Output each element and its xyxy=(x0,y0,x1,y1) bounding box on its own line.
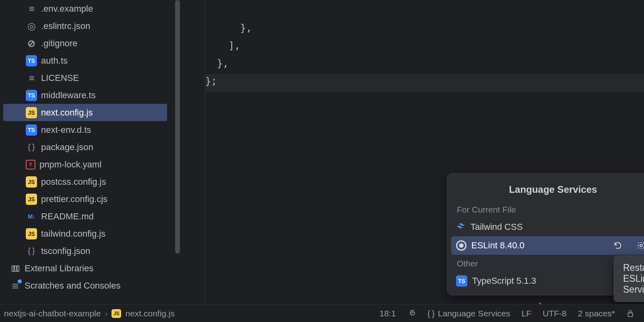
lang-service-label: Tailwind CSS xyxy=(471,222,523,232)
file-label: middleware.ts xyxy=(41,90,96,101)
popup-section-current: For Current File xyxy=(451,201,644,218)
svg-line-7 xyxy=(539,303,552,304)
code-editor[interactable]: }, ], }, }; Language Services For Curren… xyxy=(181,0,644,304)
file-env-example[interactable]: ≡ .env.example xyxy=(0,0,181,17)
svg-rect-0 xyxy=(12,266,14,271)
js-icon: JS xyxy=(26,107,37,118)
file-license[interactable]: ≡ LICENSE xyxy=(0,69,181,87)
service-settings-button[interactable] xyxy=(632,238,644,253)
breadcrumb-file[interactable]: next.config.js xyxy=(125,309,175,318)
status-bar: nextjs-ai-chatbot-example › JS next.conf… xyxy=(0,304,644,322)
pointer-arrow xyxy=(538,302,554,304)
lang-service-label: TypeScript 5.1.3 xyxy=(472,276,536,286)
json-icon: { } xyxy=(26,142,37,153)
file-label: .env.example xyxy=(41,4,93,14)
markdown-icon: M↓ xyxy=(26,211,37,222)
tailwind-icon xyxy=(456,221,466,233)
sidebar-scrollbar[interactable] xyxy=(174,0,181,304)
restart-service-button[interactable] xyxy=(609,238,627,253)
scratches-icon xyxy=(10,280,21,291)
project-tree[interactable]: ≡ .env.example ◎ .eslintrc.json ⊘ .gitig… xyxy=(0,0,181,304)
file-label: pnpm-lock.yaml xyxy=(39,159,101,170)
lang-service-label: ESLint 8.40.0 xyxy=(471,240,524,251)
spiral-icon xyxy=(407,309,416,318)
file-middleware-ts[interactable]: TS middleware.ts xyxy=(0,87,181,104)
lang-service-tailwind[interactable]: Tailwind CSS xyxy=(451,218,644,236)
gear-icon xyxy=(637,241,644,250)
file-label: .gitignore xyxy=(41,38,78,49)
file-tailwind-config[interactable]: JS tailwind.config.js xyxy=(0,225,181,242)
file-next-env-dts[interactable]: TS next-env.d.ts xyxy=(0,121,181,138)
yaml-icon: Y xyxy=(26,160,35,169)
popup-title: Language Services xyxy=(451,178,644,201)
json-icon: { } xyxy=(26,246,37,257)
file-label: README.md xyxy=(41,211,94,222)
file-next-config-js[interactable]: JS next.config.js xyxy=(3,104,167,121)
lang-service-eslint[interactable]: ESLint 8.40.0 xyxy=(451,236,644,255)
file-eslintrc[interactable]: ◎ .eslintrc.json xyxy=(0,17,181,35)
svg-point-6 xyxy=(640,244,642,247)
file-readme[interactable]: M↓ README.md xyxy=(0,208,181,225)
breadcrumb-project[interactable]: nextjs-ai-chatbot-example xyxy=(4,309,101,318)
breadcrumb[interactable]: nextjs-ai-chatbot-example › JS next.conf… xyxy=(4,309,175,318)
file-prettier-config[interactable]: JS prettier.config.cjs xyxy=(0,190,181,208)
js-icon: JS xyxy=(26,228,37,239)
file-gitignore[interactable]: ⊘ .gitignore xyxy=(0,35,181,52)
readonly-toggle[interactable] xyxy=(621,310,640,318)
ts-icon: TS xyxy=(26,55,37,66)
file-auth-ts[interactable]: TS auth.ts xyxy=(0,52,181,69)
file-label: LICENSE xyxy=(41,73,79,83)
status-spinner[interactable] xyxy=(402,309,422,318)
file-package-json[interactable]: { } package.json xyxy=(0,138,181,156)
file-label: .eslintrc.json xyxy=(41,21,90,31)
editor-code[interactable]: }, ], }, }; xyxy=(205,0,644,108)
lock-icon xyxy=(626,310,634,318)
svg-rect-9 xyxy=(628,313,633,316)
file-pnpm-lock[interactable]: Y pnpm-lock.yaml xyxy=(0,156,181,173)
file-label: next-env.d.ts xyxy=(41,125,91,135)
editor-gutter xyxy=(181,0,205,304)
restart-tooltip: Restart ESLint Service xyxy=(614,256,644,302)
braces-icon: { } xyxy=(427,309,435,318)
ts-icon: TS xyxy=(26,90,37,101)
external-libraries[interactable]: External Libraries xyxy=(0,260,181,277)
svg-rect-1 xyxy=(14,266,17,271)
file-label: tailwind.config.js xyxy=(41,229,105,239)
scrollbar-thumb[interactable] xyxy=(175,0,180,254)
libraries-icon xyxy=(10,263,21,274)
ts-icon: TS xyxy=(456,275,467,287)
file-label: next.config.js xyxy=(41,107,93,118)
text-file-icon: ≡ xyxy=(26,72,37,84)
chevron-right-icon: › xyxy=(105,309,107,318)
file-label: prettier.config.cjs xyxy=(41,194,107,204)
ignore-icon: ⊘ xyxy=(26,38,37,49)
eslint-icon: ◎ xyxy=(26,21,37,32)
file-label: package.json xyxy=(41,142,93,153)
js-icon: JS xyxy=(111,309,121,318)
indent-setting[interactable]: 2 spaces* xyxy=(572,309,621,318)
text-file-icon: ≡ xyxy=(26,3,37,14)
language-services-widget[interactable]: { } Language Services xyxy=(422,309,516,318)
file-label: tsconfig.json xyxy=(41,246,90,256)
ts-icon: TS xyxy=(26,124,37,136)
scratches-label: Scratches and Consoles xyxy=(25,281,120,291)
js-icon: JS xyxy=(26,176,37,188)
line-separator[interactable]: LF xyxy=(516,309,537,318)
file-label: auth.ts xyxy=(41,56,68,66)
file-encoding[interactable]: UTF-8 xyxy=(537,309,572,318)
refresh-icon xyxy=(613,241,622,250)
cursor-position[interactable]: 18:1 xyxy=(374,309,402,318)
js-icon: JS xyxy=(26,194,37,205)
file-tsconfig[interactable]: { } tsconfig.json xyxy=(0,242,181,260)
external-libraries-label: External Libraries xyxy=(25,263,93,274)
file-label: postcss.config.js xyxy=(41,177,106,187)
svg-rect-2 xyxy=(17,266,19,271)
file-postcss-config[interactable]: JS postcss.config.js xyxy=(0,173,181,190)
eslint-icon xyxy=(456,240,466,251)
scratches-consoles[interactable]: Scratches and Consoles xyxy=(0,277,181,294)
